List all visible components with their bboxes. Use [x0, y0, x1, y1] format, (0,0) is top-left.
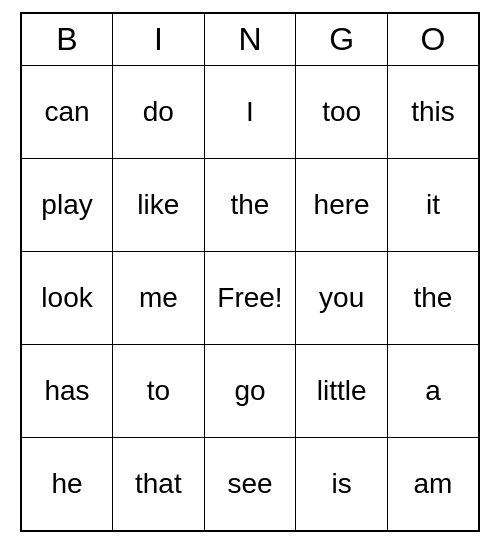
header-row: B I N G O — [21, 13, 479, 65]
cell-r1c2: the — [204, 158, 296, 251]
table-row: hastogolittlea — [21, 345, 479, 438]
cell-r1c4: it — [387, 158, 479, 251]
cell-r0c0: can — [21, 65, 113, 158]
cell-r3c4: a — [387, 345, 479, 438]
col-b: B — [21, 13, 113, 65]
cell-r4c0: he — [21, 438, 113, 531]
cell-r3c1: to — [113, 345, 205, 438]
cell-r2c1: me — [113, 251, 205, 344]
cell-r0c2: I — [204, 65, 296, 158]
col-o: O — [387, 13, 479, 65]
bingo-card: B I N G O candoItoothisplaylikethehereit… — [20, 12, 480, 532]
table-row: playlikethehereit — [21, 158, 479, 251]
col-g: G — [296, 13, 388, 65]
cell-r0c3: too — [296, 65, 388, 158]
cell-r0c4: this — [387, 65, 479, 158]
col-n: N — [204, 13, 296, 65]
cell-r4c4: am — [387, 438, 479, 531]
col-i: I — [113, 13, 205, 65]
cell-r1c0: play — [21, 158, 113, 251]
cell-r2c4: the — [387, 251, 479, 344]
cell-r4c1: that — [113, 438, 205, 531]
cell-r1c3: here — [296, 158, 388, 251]
cell-r4c2: see — [204, 438, 296, 531]
cell-r2c2: Free! — [204, 251, 296, 344]
cell-r2c3: you — [296, 251, 388, 344]
cell-r1c1: like — [113, 158, 205, 251]
table-row: candoItoothis — [21, 65, 479, 158]
cell-r3c2: go — [204, 345, 296, 438]
cell-r3c3: little — [296, 345, 388, 438]
cell-r4c3: is — [296, 438, 388, 531]
table-row: hethatseeisam — [21, 438, 479, 531]
cell-r0c1: do — [113, 65, 205, 158]
cell-r2c0: look — [21, 251, 113, 344]
cell-r3c0: has — [21, 345, 113, 438]
table-row: lookmeFree!youthe — [21, 251, 479, 344]
